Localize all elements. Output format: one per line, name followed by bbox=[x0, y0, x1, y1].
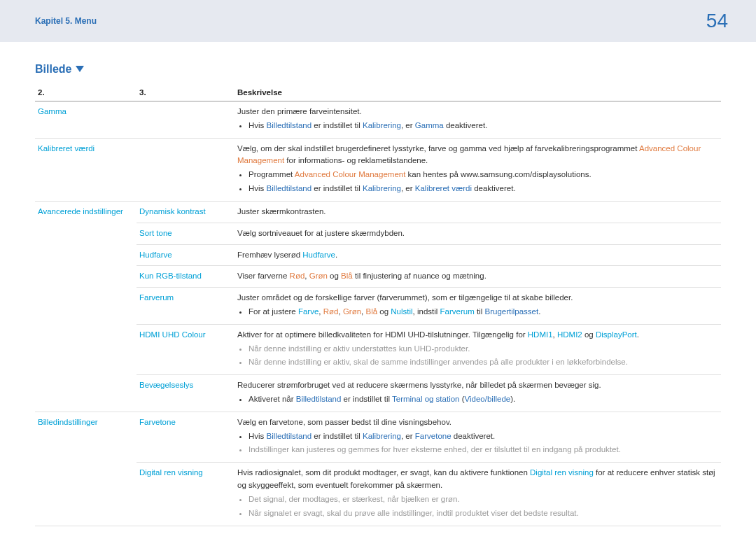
table-row: Gamma Juster den primære farveintensitet… bbox=[35, 101, 721, 139]
desc-text: Viser farverne Rød, Grøn og Blå til finj… bbox=[234, 266, 721, 288]
bullet: Når signalet er svagt, skal du prøve all… bbox=[248, 507, 717, 520]
desc-text: Juster den primære farveintensitet. bbox=[237, 106, 717, 118]
bullet: Hvis Billedtilstand er indstillet til Ka… bbox=[248, 120, 717, 132]
setting-digital: Digital ren visning bbox=[139, 468, 203, 477]
bullet: Når denne indstilling er aktiv, skal de … bbox=[248, 356, 717, 369]
section-title-text: Billede bbox=[35, 63, 71, 76]
table-row: Sort tone Vælg sortniveauet for at juste… bbox=[35, 223, 721, 244]
desc-text: Juster skærmkontrasten. bbox=[234, 201, 721, 223]
setting-sort: Sort tone bbox=[139, 229, 172, 237]
table-row: Kalibreret værdi Vælg, om der skal indst… bbox=[35, 138, 721, 201]
bullet: Hvis Billedtilstand er indstillet til Ka… bbox=[248, 183, 717, 195]
table-header-row: 2. 3. Beskrivelse bbox=[35, 84, 721, 101]
setting-gamma: Gamma bbox=[38, 107, 66, 115]
settings-table: 2. 3. Beskrivelse Gamma Juster den primæ… bbox=[35, 84, 721, 526]
desc-text: Reducerer strømforbruget ved at reducere… bbox=[237, 379, 717, 392]
setting-billedind: Billedindstillinger bbox=[38, 418, 98, 426]
table-row: Farverum Juster området og de forskellig… bbox=[35, 288, 721, 325]
setting-farvetone: Farvetone bbox=[139, 418, 176, 426]
chapter-label: Kapitel 5. Menu bbox=[35, 16, 97, 26]
setting-bevaeg: Bevægelseslys bbox=[139, 381, 193, 389]
desc-text: Juster området og de forskellige farver … bbox=[237, 292, 717, 304]
setting-farverum: Farverum bbox=[139, 293, 174, 302]
chevron-down-icon bbox=[76, 66, 84, 73]
desc-text: Vælg sortniveauet for at justere skærmdy… bbox=[234, 223, 721, 244]
table-row: Billedindstillinger Farvetone Vælg en fa… bbox=[35, 412, 721, 462]
setting-dyn: Dynamisk kontrast bbox=[139, 207, 206, 216]
bullet: Når denne indstilling er aktiv understøt… bbox=[248, 343, 717, 356]
setting-uhd: HDMI UHD Colour bbox=[139, 330, 206, 339]
page-number: 54 bbox=[706, 10, 728, 32]
svg-marker-0 bbox=[76, 66, 84, 72]
bullet: Aktiveret når Billedtilstand er indstill… bbox=[248, 393, 717, 406]
table-row: HDMI UHD Colour Aktiver for at optimere … bbox=[35, 324, 721, 374]
setting-hud: Hudfarve bbox=[139, 251, 172, 259]
bullet: Hvis Billedtilstand er indstillet til Ka… bbox=[248, 430, 717, 443]
desc-text: Fremhæv lyserød Hudfarve. bbox=[234, 244, 721, 266]
content-area: Billede 2. 3. Beskrivelse Gamma Juster d… bbox=[0, 42, 756, 534]
th-1: 2. bbox=[35, 84, 136, 101]
table-row: Hudfarve Fremhæv lyserød Hudfarve. bbox=[35, 244, 721, 266]
desc-text: Vælg, om der skal indstillet brugerdefin… bbox=[237, 143, 717, 168]
setting-kalibreret: Kalibreret værdi bbox=[38, 144, 94, 153]
table-row: Digital ren visning Hvis radiosignalet, … bbox=[35, 463, 721, 526]
table-row: Kun RGB-tilstand Viser farverne Rød, Grø… bbox=[35, 266, 721, 288]
setting-rgb: Kun RGB-tilstand bbox=[139, 272, 202, 280]
desc-text: Vælg en farvetone, som passer bedst til … bbox=[237, 416, 717, 429]
bullet: For at justere Farve, Rød, Grøn, Blå og … bbox=[248, 306, 717, 318]
page-header: Kapitel 5. Menu 54 bbox=[0, 0, 756, 42]
bullet: Indstillinger kan justeres og gemmes for… bbox=[248, 444, 717, 456]
desc-text: Hvis radiosignalet, som dit produkt modt… bbox=[237, 467, 717, 492]
desc-text: Aktiver for at optimere billedkvaliteten… bbox=[237, 329, 717, 342]
table-row: Bevægelseslys Reducerer strømforbruget v… bbox=[35, 375, 721, 412]
bullet: Programmet Advanced Colour Management ka… bbox=[248, 169, 717, 181]
bullet: Det signal, der modtages, er stærkest, n… bbox=[248, 493, 717, 506]
table-row: Avancerede indstillinger Dynamisk kontra… bbox=[35, 201, 721, 223]
setting-advanced: Avancerede indstillinger bbox=[38, 207, 123, 216]
th-2: 3. bbox=[136, 84, 234, 101]
section-title: Billede bbox=[35, 63, 721, 76]
th-3: Beskrivelse bbox=[234, 84, 721, 101]
